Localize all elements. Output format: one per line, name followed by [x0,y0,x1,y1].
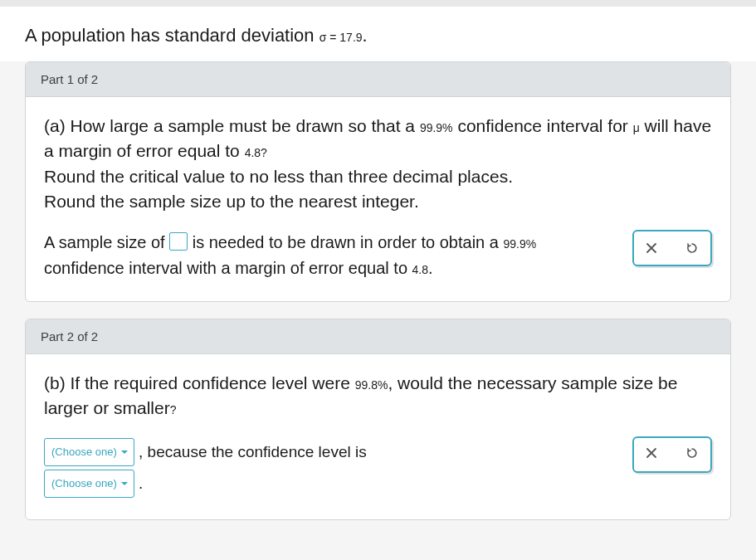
part-1-card: Part 1 of 2 (a) How large a sample must … [25,61,731,302]
part-2-header: Part 2 of 2 [26,319,730,354]
q1-line2: Round the critical value to no less than… [44,167,513,186]
ans2-mid2: . [134,475,144,492]
reset-icon [685,446,699,460]
q2-conf: 99.8% [355,378,388,392]
ans1-a: A sample size of [44,233,169,251]
ans1-c: confidence interval with a margin of err… [44,259,412,277]
part-1-answer-text: A sample size of is needed to be drawn i… [44,230,616,281]
ans2-mid1: , because the confidence level is [134,443,367,460]
top-bar [0,0,756,7]
chevron-down-icon [120,480,129,488]
x-icon [646,447,657,459]
clear-button-2[interactable] [646,447,657,462]
part-2-body: (b) If the required confidence level wer… [26,354,730,519]
reset-button-2[interactable] [685,446,699,463]
dropdown-size-label: (Choose one) [51,441,117,463]
part-2-answer-flow: (Choose one) , because the confidence le… [44,436,616,499]
q1-confidence: 99.9% [420,121,453,134]
part-1-body: (a) How large a sample must be drawn so … [26,97,730,301]
ans1-moe: 4.8 [412,263,428,276]
x-icon [646,242,657,254]
intro-prefix: A population has standard deviation [25,25,319,46]
reset-icon [685,241,699,255]
ans1-conf: 99.9% [503,237,536,251]
part-1-toolbox [632,230,712,266]
q1-text-a: (a) How large a sample must be drawn so … [44,116,420,135]
part-2-card: Part 2 of 2 (b) If the required confiden… [25,319,731,520]
ans1-b: is needed to be drawn in order to obtain… [188,233,503,251]
intro-suffix: . [363,25,368,46]
part-1-header: Part 1 of 2 [26,62,730,97]
part-1-question: (a) How large a sample must be drawn so … [44,114,712,215]
q1-moe: 4.8? [245,146,267,159]
q2-c: ? [170,403,177,416]
q1-text-b: confidence interval for [453,116,633,135]
clear-button[interactable] [646,242,657,254]
dropdown-reason-label: (Choose one) [51,473,117,494]
ans1-d: . [428,259,433,277]
part-2-question: (b) If the required confidence level wer… [44,371,712,421]
chevron-down-icon [120,448,129,456]
dropdown-size[interactable]: (Choose one) [44,438,134,466]
sample-size-input[interactable] [169,232,188,251]
part-2-toolbox [632,436,712,473]
reset-button[interactable] [685,241,699,255]
problem-intro: A population has standard deviation σ = … [0,7,756,61]
sigma-expression: σ = 17.9 [319,31,363,44]
part-1-answer-row: A sample size of is needed to be drawn i… [44,230,712,281]
mu-symbol: μ [633,121,640,134]
dropdown-reason[interactable]: (Choose one) [44,470,134,498]
q1-line3: Round the sample size up to the nearest … [44,192,419,211]
part-2-answer-row: (Choose one) , because the confidence le… [44,436,712,499]
q2-a: (b) If the required confidence level wer… [44,373,355,392]
